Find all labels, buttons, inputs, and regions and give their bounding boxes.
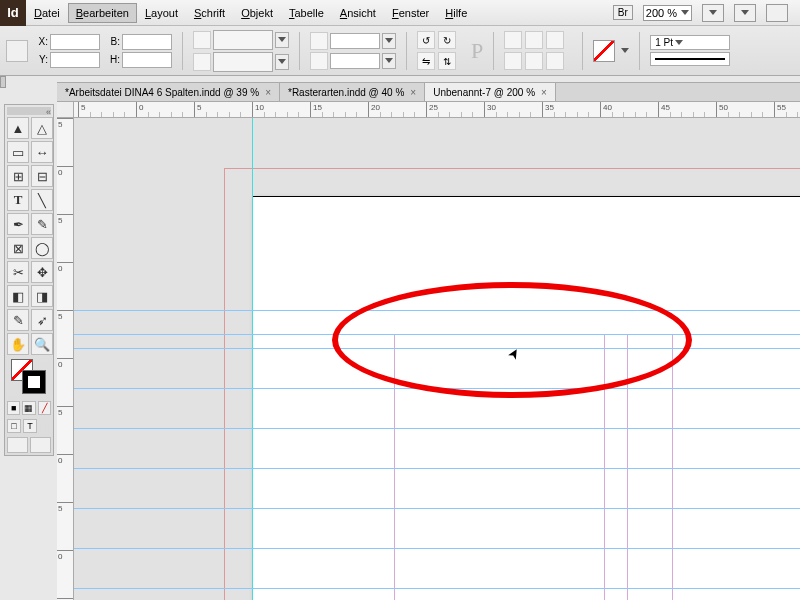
scale-y-dd[interactable] xyxy=(275,54,289,70)
chevron-down-icon xyxy=(681,10,689,15)
apply-gradient-button[interactable]: ▦ xyxy=(22,401,35,415)
format-container-button[interactable]: □ xyxy=(7,419,21,433)
horizontal-guide xyxy=(74,388,800,389)
w-label: B: xyxy=(106,36,120,47)
menu-ansicht[interactable]: Ansicht xyxy=(332,3,384,23)
apply-none-button[interactable]: ╱ xyxy=(38,401,51,415)
close-icon[interactable]: × xyxy=(410,87,416,98)
free-transform-tool[interactable]: ✥ xyxy=(31,261,53,283)
content-placer-tool[interactable]: ⊟ xyxy=(31,165,53,187)
close-icon[interactable]: × xyxy=(541,87,547,98)
horizontal-guide xyxy=(74,310,800,311)
tab-label: *Arbeitsdatei DINA4 6 Spalten.indd @ 39 … xyxy=(65,87,259,98)
scale-y-input[interactable] xyxy=(213,52,273,72)
tab-label: *Rasterarten.indd @ 40 % xyxy=(288,87,404,98)
menu-fenster[interactable]: Fenster xyxy=(384,3,437,23)
type-tool[interactable]: T xyxy=(7,189,29,211)
x-input[interactable] xyxy=(50,34,100,50)
horizontal-guide xyxy=(74,428,800,429)
scissors-tool[interactable]: ✂ xyxy=(7,261,29,283)
menu-bearbeiten[interactable]: Bearbeiten xyxy=(68,3,137,23)
menu-objekt[interactable]: Objekt xyxy=(233,3,281,23)
pencil-tool[interactable]: ✎ xyxy=(31,213,53,235)
y-input[interactable] xyxy=(50,52,100,68)
shear-dd[interactable] xyxy=(382,53,396,69)
hand-tool[interactable]: ✋ xyxy=(7,333,29,355)
pen-tool[interactable]: ✒ xyxy=(7,213,29,235)
menu-layout[interactable]: Layout xyxy=(137,3,186,23)
content-collector-tool[interactable]: ⊞ xyxy=(7,165,29,187)
document-tab[interactable]: Unbenannt-7 @ 200 %× xyxy=(425,83,556,101)
note-tool[interactable]: ✎ xyxy=(7,309,29,331)
line-tool[interactable]: ╲ xyxy=(31,189,53,211)
align-right-icon[interactable] xyxy=(546,31,564,49)
width-input[interactable] xyxy=(122,34,172,50)
align-left-icon[interactable] xyxy=(504,31,522,49)
menu-datei[interactable]: Datei xyxy=(26,3,68,23)
vertical-ruler[interactable]: 50505050505 xyxy=(57,118,74,600)
shear-input[interactable] xyxy=(330,53,380,69)
menu-schrift[interactable]: Schrift xyxy=(186,3,233,23)
gradient-feather-tool[interactable]: ◨ xyxy=(31,285,53,307)
rotate-dd[interactable] xyxy=(382,33,396,49)
align-top-icon[interactable] xyxy=(504,52,522,70)
reference-point-icon[interactable] xyxy=(6,40,28,62)
horizontal-ruler[interactable]: 50510152025303540455055 xyxy=(74,102,800,118)
scale-x-dd[interactable] xyxy=(275,32,289,48)
stroke-color-swatch[interactable] xyxy=(23,371,45,393)
menu-bar: Id DateiBearbeitenLayoutSchriftObjektTab… xyxy=(0,0,800,26)
y-label: Y: xyxy=(34,54,48,65)
stroke-weight-select[interactable]: 1 Pt xyxy=(650,35,730,50)
left-panel-stub[interactable] xyxy=(0,76,6,88)
format-text-button[interactable]: T xyxy=(23,419,37,433)
document-tab[interactable]: *Rasterarten.indd @ 40 %× xyxy=(280,83,425,101)
flip-v-icon[interactable]: ⇅ xyxy=(438,52,456,70)
rectangle-frame-tool[interactable]: ⊠ xyxy=(7,237,29,259)
screen-mode-button[interactable] xyxy=(702,4,724,22)
bridge-button[interactable]: Br xyxy=(613,5,633,20)
app-icon: Id xyxy=(0,0,26,26)
control-bar: X: Y: B: H: ↺ ↻ ⇋ ⇅ P 1 Pt xyxy=(0,26,800,76)
palette-collapse-button[interactable] xyxy=(7,107,51,115)
scale-x-input[interactable] xyxy=(213,30,273,50)
menu-hilfe[interactable]: Hilfe xyxy=(437,3,475,23)
align-bottom-icon[interactable] xyxy=(546,52,564,70)
x-label: X: xyxy=(34,36,48,47)
vertical-guide xyxy=(252,118,253,600)
scale-y-icon xyxy=(193,53,211,71)
rotate-input[interactable] xyxy=(330,33,380,49)
workspace-button[interactable] xyxy=(766,4,788,22)
page-tool[interactable]: ▭ xyxy=(7,141,29,163)
normal-view-button[interactable] xyxy=(7,437,28,453)
eyedropper-tool[interactable]: ➶ xyxy=(31,309,53,331)
horizontal-guide xyxy=(74,334,800,335)
zoom-level-select[interactable]: 200 % xyxy=(643,5,692,21)
chevron-down-icon[interactable] xyxy=(621,48,629,53)
arrange-docs-button[interactable] xyxy=(734,4,756,22)
fill-swatch[interactable] xyxy=(593,40,615,62)
horizontal-guide xyxy=(74,348,800,349)
menu-tabelle[interactable]: Tabelle xyxy=(281,3,332,23)
stroke-style-select[interactable] xyxy=(650,52,730,66)
flip-h-icon[interactable]: ⇋ xyxy=(417,52,435,70)
ruler-origin[interactable] xyxy=(57,102,74,118)
gap-tool[interactable]: ↔ xyxy=(31,141,53,163)
h-label: H: xyxy=(106,54,120,65)
document-canvas[interactable] xyxy=(74,118,800,600)
preview-view-button[interactable] xyxy=(30,437,51,453)
gradient-swatch-tool[interactable]: ◧ xyxy=(7,285,29,307)
height-input[interactable] xyxy=(122,52,172,68)
rotate-ccw-icon[interactable]: ↺ xyxy=(417,31,435,49)
rotate-cw-icon[interactable]: ↻ xyxy=(438,31,456,49)
apply-color-button[interactable]: ■ xyxy=(7,401,20,415)
selection-tool[interactable]: ▲ xyxy=(7,117,29,139)
column-guide xyxy=(604,334,605,600)
close-icon[interactable]: × xyxy=(265,87,271,98)
ellipse-tool[interactable]: ◯ xyxy=(31,237,53,259)
zoom-tool[interactable]: 🔍 xyxy=(31,333,53,355)
align-middle-icon[interactable] xyxy=(525,52,543,70)
shear-icon xyxy=(310,52,328,70)
document-tab[interactable]: *Arbeitsdatei DINA4 6 Spalten.indd @ 39 … xyxy=(57,83,280,101)
direct-selection-tool[interactable]: △ xyxy=(31,117,53,139)
align-center-icon[interactable] xyxy=(525,31,543,49)
